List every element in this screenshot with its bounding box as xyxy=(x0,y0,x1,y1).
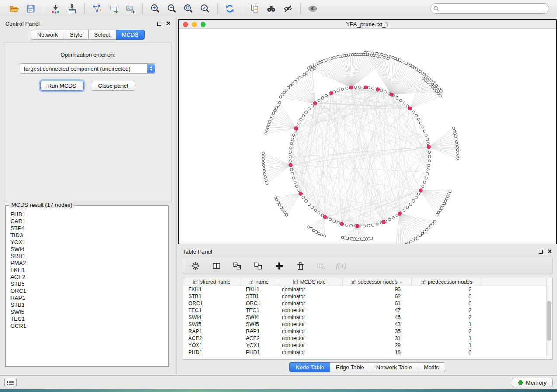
memory-button[interactable]: Memory xyxy=(512,378,553,387)
table-tab-node-table[interactable]: Node Table xyxy=(289,362,330,372)
cell-predecessor-nodes[interactable]: 2 xyxy=(411,286,482,293)
cell-MCDS-role[interactable]: dominator xyxy=(277,349,342,356)
table-tab-edge-table[interactable]: Edge Table xyxy=(330,362,370,372)
run-mcds-button[interactable]: Run MCDS xyxy=(40,81,84,91)
cell-MCDS-role[interactable]: dominator xyxy=(277,293,342,300)
import-network-icon[interactable] xyxy=(49,3,62,15)
cell-MCDS-role[interactable]: connector xyxy=(277,342,342,349)
cell-name[interactable]: PHD1 xyxy=(241,349,277,356)
task-history-button[interactable] xyxy=(4,378,17,387)
cell-successor-nodes[interactable]: 96 xyxy=(342,286,411,293)
zoom-out-icon[interactable] xyxy=(166,3,178,15)
column-header-shared-name[interactable]: shared name xyxy=(183,278,241,286)
table-row[interactable]: YOX1YOX1connector291 xyxy=(183,342,546,349)
cell-MCDS-role[interactable]: connector xyxy=(277,321,342,328)
mcds-result-item[interactable]: RAP1 xyxy=(10,295,163,302)
close-panel-button[interactable]: Close panel xyxy=(91,81,136,91)
float-panel-icon[interactable] xyxy=(539,250,543,254)
cell-shared-name[interactable]: ACE2 xyxy=(183,335,241,342)
cell-name[interactable]: SWI5 xyxy=(241,321,277,328)
export-table-icon[interactable] xyxy=(107,3,120,15)
search-input[interactable] xyxy=(430,3,549,14)
cell-name[interactable]: TEC1 xyxy=(241,307,277,314)
zoom-selected-icon[interactable] xyxy=(199,3,211,15)
cell-MCDS-role[interactable]: dominator xyxy=(277,328,342,335)
cell-name[interactable]: SWI4 xyxy=(241,314,277,321)
cell-predecessor-nodes[interactable]: 1 xyxy=(411,321,482,328)
window-close-button[interactable] xyxy=(183,22,188,27)
zoom-fit-icon[interactable] xyxy=(182,3,194,15)
mcds-result-item[interactable]: FKH1 xyxy=(10,267,163,274)
mcds-result-item[interactable]: ACE2 xyxy=(10,274,163,281)
cell-predecessor-nodes[interactable]: 2 xyxy=(411,314,482,321)
clone-network-icon[interactable] xyxy=(249,3,261,15)
import-table-icon[interactable] xyxy=(66,3,78,15)
show-all-eye-icon[interactable] xyxy=(307,3,319,15)
table-settings-gear-icon[interactable] xyxy=(189,260,201,272)
cell-successor-nodes[interactable]: 29 xyxy=(342,342,411,349)
network-graph[interactable] xyxy=(179,29,556,244)
cell-name[interactable]: ACE2 xyxy=(241,335,277,342)
mcds-result-item[interactable]: STB1 xyxy=(10,302,163,309)
cell-MCDS-role[interactable]: dominator xyxy=(277,286,342,293)
cell-shared-name[interactable]: TEC1 xyxy=(183,307,241,314)
cell-shared-name[interactable]: SWI5 xyxy=(183,321,241,328)
zoom-in-icon[interactable] xyxy=(149,3,161,15)
cell-predecessor-nodes[interactable]: 0 xyxy=(411,349,482,356)
cell-MCDS-role[interactable]: dominator xyxy=(277,314,342,321)
refresh-layout-icon[interactable] xyxy=(224,3,236,15)
cell-predecessor-nodes[interactable]: 2 xyxy=(411,328,482,335)
table-tab-network-table[interactable]: Network Table xyxy=(370,362,418,372)
cell-successor-nodes[interactable]: 61 xyxy=(342,300,411,307)
mcds-result-list[interactable]: PHD1CAR1STP4TID3YOX1SWI4SRD1PMA2FKH1ACE2… xyxy=(7,210,167,365)
add-column-icon[interactable] xyxy=(273,260,285,272)
export-image-icon[interactable] xyxy=(124,3,136,15)
cell-MCDS-role[interactable]: dominator xyxy=(277,300,342,307)
cell-predecessor-nodes[interactable]: 0 xyxy=(411,293,482,300)
cell-shared-name[interactable]: STB1 xyxy=(183,293,241,300)
tab-select[interactable]: Select xyxy=(88,30,116,40)
cell-successor-nodes[interactable]: 46 xyxy=(342,314,411,321)
table-row[interactable]: ORC1ORC1dominator610 xyxy=(183,300,546,307)
column-header-predecessor-nodes[interactable]: predecessor nodes xyxy=(411,278,482,286)
close-panel-icon[interactable]: × xyxy=(548,249,552,254)
cell-successor-nodes[interactable]: 43 xyxy=(342,321,411,328)
tab-mcds[interactable]: MCDS xyxy=(116,30,145,40)
table-row[interactable]: TEC1TEC1connector472 xyxy=(183,307,546,314)
mcds-result-item[interactable]: ORC1 xyxy=(10,288,163,295)
cell-shared-name[interactable]: YOX1 xyxy=(183,342,241,349)
mcds-result-item[interactable]: PMA2 xyxy=(10,260,163,267)
cell-predecessor-nodes[interactable]: 2 xyxy=(411,307,482,314)
cell-successor-nodes[interactable]: 62 xyxy=(342,293,411,300)
cell-name[interactable]: RAP1 xyxy=(241,328,277,335)
cell-MCDS-role[interactable]: connector xyxy=(277,335,342,342)
delete-column-trash-icon[interactable] xyxy=(294,260,306,272)
cell-predecessor-nodes[interactable]: 0 xyxy=(411,300,482,307)
mcds-result-item[interactable]: PHD1 xyxy=(10,211,163,218)
window-minimize-button[interactable] xyxy=(192,22,197,27)
cell-name[interactable]: FKH1 xyxy=(241,286,277,293)
mcds-result-item[interactable]: STB5 xyxy=(10,281,163,288)
float-panel-icon[interactable] xyxy=(157,22,161,26)
cell-successor-nodes[interactable]: 18 xyxy=(342,349,411,356)
network-canvas[interactable] xyxy=(179,29,556,244)
show-columns-icon[interactable] xyxy=(210,260,222,272)
save-session-icon[interactable] xyxy=(24,3,37,15)
tab-network[interactable]: Network xyxy=(31,30,64,40)
table-row[interactable]: STB1STB1dominator620 xyxy=(183,293,546,300)
cell-shared-name[interactable]: ORC1 xyxy=(183,300,241,307)
mcds-result-item[interactable]: CAR1 xyxy=(10,218,163,225)
table-row[interactable]: PHD1PHD1dominator180 xyxy=(183,349,546,356)
cell-shared-name[interactable]: RAP1 xyxy=(183,328,241,335)
open-file-icon[interactable] xyxy=(8,3,20,15)
close-panel-icon[interactable]: × xyxy=(166,21,170,26)
scrollbar-thumb[interactable] xyxy=(547,301,551,341)
cell-predecessor-nodes[interactable]: 1 xyxy=(411,335,482,342)
cell-successor-nodes[interactable]: 31 xyxy=(342,335,411,342)
table-row[interactable]: ACE2ACE2connector311 xyxy=(183,335,546,342)
hide-selected-icon[interactable] xyxy=(282,3,294,15)
table-row[interactable]: FKH1FKH1dominator962 xyxy=(183,286,546,293)
mcds-result-item[interactable]: GCR1 xyxy=(10,323,163,330)
cell-MCDS-role[interactable]: connector xyxy=(277,307,342,314)
table-scrollbar[interactable] xyxy=(546,278,552,359)
